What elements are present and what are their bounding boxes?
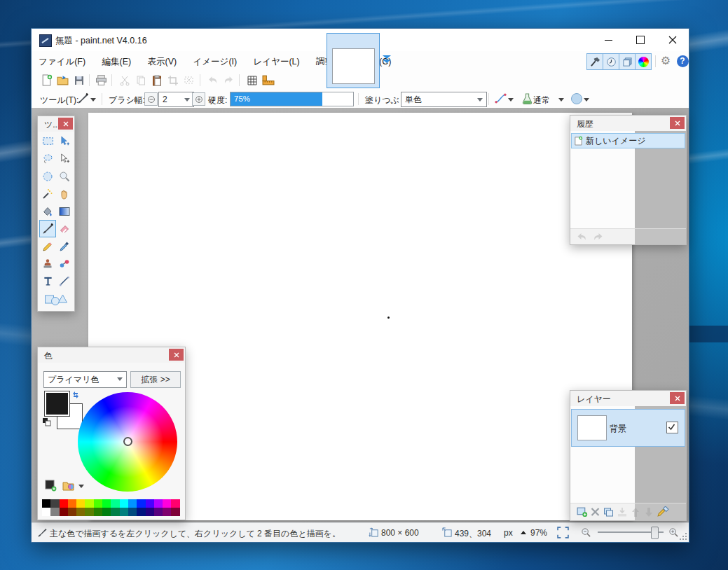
close-button[interactable]: [657, 29, 689, 51]
resize-grip[interactable]: [680, 533, 687, 540]
tool-move-pixels[interactable]: [56, 132, 73, 150]
menu-layers[interactable]: レイヤー(L): [247, 51, 307, 71]
antialiasing-caret[interactable]: [584, 98, 589, 102]
palette-swatch[interactable]: [102, 499, 111, 508]
color-wheel-selector[interactable]: [123, 437, 132, 446]
tool-lasso-select[interactable]: [39, 150, 56, 167]
palette-swatch[interactable]: [68, 499, 76, 508]
palette-swatch[interactable]: [111, 508, 119, 516]
save-button[interactable]: [71, 72, 87, 88]
duplicate-layer-button[interactable]: [603, 507, 614, 517]
palette-swatch[interactable]: [146, 508, 154, 516]
palette-swatch[interactable]: [128, 499, 137, 508]
history-window-close-button[interactable]: [670, 117, 685, 129]
palette-menu-caret[interactable]: [78, 485, 84, 488]
tool-clone-stamp[interactable]: [39, 255, 56, 272]
palette-swatch[interactable]: [94, 508, 102, 516]
colors-window-titlebar[interactable]: 色: [38, 347, 185, 363]
primary-color-swatch[interactable]: [44, 391, 70, 417]
palette-swatch[interactable]: [163, 499, 171, 508]
tool-shapes[interactable]: [39, 290, 73, 307]
expand-colors-button[interactable]: 拡張 >>: [130, 371, 181, 388]
new-file-button[interactable]: [39, 72, 55, 88]
copy-button[interactable]: [132, 72, 149, 88]
cut-button[interactable]: [116, 72, 132, 88]
palette-swatch[interactable]: [171, 499, 179, 508]
move-layer-up-button[interactable]: [630, 507, 641, 517]
delete-layer-button[interactable]: [590, 507, 600, 517]
palette-swatch[interactable]: [102, 508, 111, 516]
add-layer-button[interactable]: [576, 506, 588, 517]
palette-swatch[interactable]: [154, 499, 163, 508]
grid-toggle-button[interactable]: [244, 72, 260, 88]
selection-mode-button[interactable]: [493, 90, 509, 106]
palette-swatch[interactable]: [42, 499, 50, 508]
palette-swatch[interactable]: [111, 499, 119, 508]
deselect-button[interactable]: [181, 72, 197, 88]
tools-window-titlebar[interactable]: ツ...: [38, 116, 74, 132]
history-item[interactable]: 新しいイメージ: [571, 133, 685, 148]
history-redo-button[interactable]: [592, 232, 604, 242]
menu-file[interactable]: ファイル(F): [32, 51, 92, 71]
menu-image[interactable]: イメージ(I): [186, 51, 245, 71]
move-layer-down-button[interactable]: [643, 507, 654, 517]
toggle-tools-window-button[interactable]: [586, 53, 603, 70]
palette-swatch[interactable]: [120, 499, 128, 508]
unit-value[interactable]: px: [504, 528, 513, 538]
add-color-to-palette-button[interactable]: [45, 480, 57, 492]
color-mode-combo[interactable]: プライマリ色: [43, 371, 127, 388]
fill-style-combo[interactable]: 単色: [401, 92, 487, 107]
palette-swatch[interactable]: [146, 499, 154, 508]
ruler-toggle-button[interactable]: [260, 72, 276, 88]
tool-ellipse-select[interactable]: [39, 167, 56, 185]
hardness-slider[interactable]: 75%: [230, 92, 354, 106]
palette-swatch[interactable]: [171, 508, 179, 516]
tool-eraser[interactable]: [56, 220, 73, 237]
antialiasing-button[interactable]: [568, 90, 584, 106]
tool-pan[interactable]: [56, 185, 73, 202]
tools-window-close-button[interactable]: [58, 118, 73, 130]
layer-visibility-checkbox[interactable]: [666, 422, 678, 433]
tool-move-selection[interactable]: [56, 150, 73, 167]
tool-line-curve[interactable]: [56, 272, 73, 290]
zoom-slider-thumb[interactable]: [651, 527, 659, 539]
tool-paintbrush[interactable]: [39, 220, 56, 237]
palette-swatch[interactable]: [60, 508, 68, 516]
minimize-button[interactable]: [592, 29, 624, 51]
tool-dropdown-caret[interactable]: [90, 98, 96, 102]
layers-window-close-button[interactable]: [670, 392, 685, 404]
colors-window-close-button[interactable]: [169, 349, 184, 361]
toggle-colors-window-button[interactable]: [635, 53, 652, 70]
selection-mode-caret[interactable]: [508, 98, 514, 102]
zoom-to-window-button[interactable]: [556, 525, 570, 540]
tool-zoom[interactable]: [56, 167, 73, 185]
merge-layer-down-button[interactable]: [617, 507, 628, 517]
unit-dropdown-arrow-icon[interactable]: [521, 531, 526, 534]
tool-pencil[interactable]: [39, 237, 56, 255]
zoom-in-button[interactable]: [666, 525, 681, 540]
palette-swatch[interactable]: [137, 499, 145, 508]
palette-swatch[interactable]: [50, 508, 59, 516]
redo-button[interactable]: [221, 72, 237, 88]
palette-swatch[interactable]: [85, 499, 93, 508]
menu-view[interactable]: 表示(V): [141, 51, 184, 71]
palette-swatch[interactable]: [76, 508, 85, 516]
palette-swatch[interactable]: [50, 499, 59, 508]
palette-swatch[interactable]: [154, 508, 163, 516]
palette-swatch[interactable]: [85, 508, 93, 516]
print-button[interactable]: [93, 72, 109, 88]
tool-paint-bucket[interactable]: [39, 202, 56, 220]
palette-swatch[interactable]: [60, 499, 68, 508]
maximize-button[interactable]: [624, 29, 657, 51]
image-list-dropdown-button[interactable]: [382, 55, 392, 64]
settings-button[interactable]: ⚙: [658, 53, 673, 69]
toggle-history-window-button[interactable]: [603, 53, 619, 70]
layer-properties-button[interactable]: [657, 506, 669, 517]
tool-text[interactable]: [39, 272, 56, 290]
undo-button[interactable]: [205, 72, 221, 88]
paste-button[interactable]: [149, 72, 165, 88]
toggle-layers-window-button[interactable]: [619, 53, 636, 70]
crop-button[interactable]: [165, 72, 181, 88]
tool-gradient[interactable]: [56, 202, 73, 220]
image-tab[interactable]: [327, 33, 380, 88]
